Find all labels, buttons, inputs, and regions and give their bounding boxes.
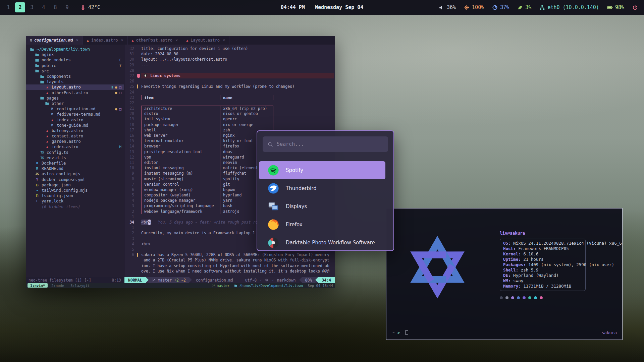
disk-module[interactable]: 37% (492, 4, 509, 10)
editor-line[interactable]: 19init systemopenrc (124, 116, 335, 122)
tab-configuration.md[interactable]: Mconfiguration.md× (26, 36, 83, 45)
editor-line[interactable]: 26 (124, 78, 335, 84)
app-item-Thunderbird[interactable]: Thunderbird (259, 179, 385, 197)
tree-item[interactable]: layouts (26, 79, 124, 84)
tree-item[interactable]: components (26, 74, 124, 79)
shell-prompt[interactable]: ~ > (392, 330, 408, 335)
line-number: 8 (124, 176, 137, 182)
tree-item[interactable]: ~/Development/liv.town (26, 47, 124, 52)
tree-item[interactable]: (6 hidden items) (26, 204, 124, 209)
gutter-sign (137, 89, 141, 95)
tree-item[interactable]: TSenv.d.ts (26, 155, 124, 161)
app-launcher: Search... SpotifyThunderbirdDisplaysFire… (257, 130, 394, 251)
tmux-datetime: Sep 04 16:44 (308, 284, 333, 288)
tree-item[interactable]: MREADME.md (26, 166, 124, 171)
tree-item[interactable]: pages (26, 96, 124, 101)
editor-line[interactable]: 29--- (124, 62, 335, 68)
app-item-Darktable Photo Workflow Software[interactable]: Darktable Photo Workflow Software (259, 234, 385, 251)
editor-line[interactable]: 24 (124, 89, 335, 95)
line-number: 22 (124, 100, 137, 106)
editor-line[interactable]: 18package managernix or emerge (124, 122, 335, 127)
tmux-window-1:nvim*[interactable]: 1:nvim* (28, 283, 48, 288)
clock-time: 04:44 PM (281, 4, 305, 10)
editor-line[interactable]: ove. I use Nix when I need software with… (124, 268, 335, 274)
tree-item[interactable]: src (26, 68, 124, 74)
editor-line[interactable]: 32title: configuration for devices i use… (124, 46, 335, 51)
workspace-button-1[interactable]: 1 (3, 2, 13, 12)
tree-item[interactable]: {}package.json (26, 182, 124, 188)
tree-item[interactable]: ▲contact.astro (26, 133, 124, 139)
editor-line[interactable]: 27Linux systems (124, 73, 335, 78)
editor-line[interactable]: 21architecturex86_64 (rip m2 pro) (124, 106, 335, 111)
workspace-button-3[interactable]: 3 (27, 2, 37, 12)
tree-item[interactable]: nginx (26, 52, 124, 57)
tree-item-label: Dockerfile (42, 161, 66, 166)
editor-line[interactable]: 28 (124, 68, 335, 73)
statusline-right: utf-8 ‹ ‹ markdown (245, 277, 299, 283)
tab-index.astro[interactable]: ▲index.astro× (83, 36, 128, 45)
app-item-Spotify[interactable]: Spotify (259, 161, 385, 179)
tree-item[interactable]: node_modulesE (26, 57, 124, 63)
tree-item[interactable]: {}tsconfig.json (26, 193, 124, 198)
editor-line[interactable]: 31date: 2024-08-30 (124, 51, 335, 57)
editor-line[interactable]: 20distronixos or gentoo (124, 111, 335, 116)
editor-line[interactable]: 30layout: ../../layouts/otherPost.astro (124, 57, 335, 62)
gutter-sign (137, 187, 141, 192)
volume-module[interactable]: 36% (439, 4, 456, 10)
tree-item[interactable]: Ydocker-compose.yml (26, 177, 124, 182)
workspace-button-2[interactable]: 2 (15, 2, 25, 12)
app-item-Firefox[interactable]: Firefox (259, 216, 385, 234)
tree-item[interactable]: Lyarn.lock (26, 198, 124, 204)
tree-item[interactable]: Mfediverse-terms.md (26, 112, 124, 117)
tree-item[interactable]: ~tailwind.config.mjs (26, 188, 124, 193)
launcher-search-input[interactable]: Search... (263, 136, 388, 152)
workspace-button-8[interactable]: 8 (50, 2, 60, 12)
workspace-button-9[interactable]: 9 (62, 2, 72, 12)
tree-item[interactable]: ▲index.astro (26, 117, 124, 122)
tree-item[interactable]: ▲otherPost.astro●□ (26, 90, 124, 96)
cpu-module[interactable]: 3% (517, 4, 531, 10)
color-dot (505, 296, 508, 299)
editor-line[interactable]: 6sakura has a Ryzen 5 7640U, 32GB of DDR… (124, 252, 335, 257)
tree-item[interactable]: ▲balcony.astro (26, 128, 124, 133)
tmux-window-2:node[interactable]: 2:node (49, 283, 67, 288)
tab-Layout.astro[interactable]: ▲Layout.astro× (182, 36, 229, 45)
brightness-module[interactable]: 100% (464, 4, 484, 10)
editor-line[interactable]: ion. I have a setup consisting of Hyprla… (124, 263, 335, 268)
tree-item[interactable]: Mtone-guide.md (26, 123, 124, 128)
battery-module[interactable]: 98% (607, 4, 624, 10)
tree-item[interactable]: public? (26, 63, 124, 68)
tmux-window-3:lazygit[interactable]: 3:lazygit (68, 283, 92, 288)
color-dot (534, 296, 537, 299)
editor-line[interactable]: and a 2TB (Crucial P5 Plus) NVMe drive. … (124, 257, 335, 263)
line-number: 18 (124, 122, 137, 127)
network-module[interactable]: eth0 (10.0.0.140) (539, 4, 599, 10)
tree-item[interactable]: ▲garden.astro (26, 139, 124, 144)
tab-close-icon[interactable]: × (223, 38, 225, 43)
workspace-button-4[interactable]: 4 (39, 2, 49, 12)
line-number: 11 (124, 160, 137, 165)
tree-item[interactable]: other (26, 101, 124, 106)
tab-close-icon[interactable]: × (175, 38, 178, 43)
power-module[interactable] (632, 5, 638, 10)
folder-icon (34, 58, 40, 62)
gutter-sign (137, 225, 141, 230)
line-number: 34 (124, 220, 137, 225)
tree-item[interactable]: TSconfig.ts (26, 150, 124, 155)
file-tree-rows: ~/Development/liv.townnginxnode_modulesE… (26, 47, 124, 209)
line-number: 2 (124, 230, 137, 236)
tree-item[interactable]: Mconfiguration.md●□ (26, 106, 124, 112)
displays-icon (268, 201, 279, 212)
tree-item[interactable]: ▲index.astroH (26, 144, 124, 149)
tree-item[interactable]: JSastro.config.mjs (26, 171, 124, 177)
tab-close-icon[interactable]: × (121, 38, 123, 43)
editor-line[interactable]: 25Favorite things regarding Linux and my… (124, 84, 335, 89)
tree-item[interactable]: ▲Layout.astroH●□ (26, 84, 124, 90)
editor-line[interactable]: 23itemname (124, 95, 335, 100)
app-item-Displays[interactable]: Displays (259, 197, 385, 216)
tab-close-icon[interactable]: × (76, 38, 78, 43)
tab-otherPost.astro[interactable]: ▲otherPost.astro× (128, 36, 182, 45)
editor-line[interactable]: 22 (124, 100, 335, 106)
folder-icon (34, 63, 40, 68)
tree-item[interactable]: DDockerfile (26, 161, 124, 166)
